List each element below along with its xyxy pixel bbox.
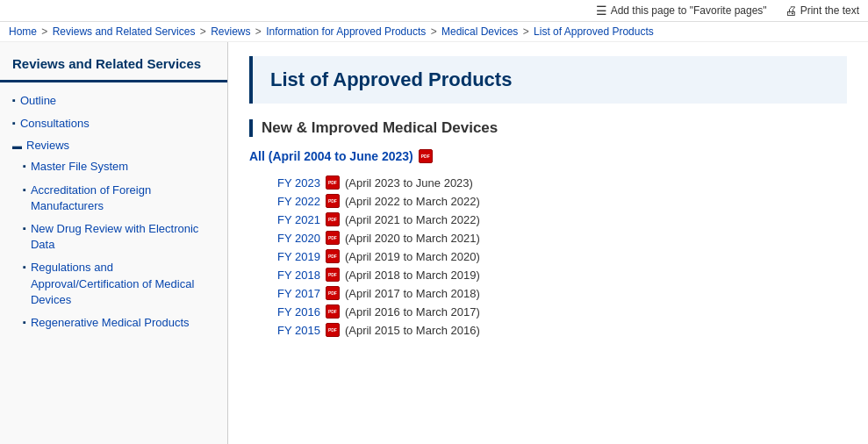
outline-link[interactable]: Outline bbox=[20, 93, 56, 109]
sidebar-title: Reviews and Related Services bbox=[0, 51, 227, 82]
print-label: Print the text bbox=[800, 4, 859, 17]
fy-range: (April 2016 to March 2017) bbox=[345, 305, 480, 319]
pdf-icon bbox=[326, 175, 340, 190]
fy-link[interactable]: FY 2020 bbox=[277, 232, 320, 245]
fy-list-item: FY 2015(April 2015 to March 2016) bbox=[277, 323, 847, 337]
print-icon: 🖨 bbox=[785, 4, 797, 18]
breadcrumb-medical-devices[interactable]: Medical Devices bbox=[441, 25, 518, 38]
section-heading: New & Improved Medical Devices bbox=[249, 119, 847, 137]
favorite-icon: ☰ bbox=[596, 4, 607, 18]
all-link-row: All (April 2004 to June 2023) bbox=[249, 149, 847, 163]
pdf-icon bbox=[326, 304, 340, 319]
sidebar-item-reviews[interactable]: ▬ Reviews bbox=[0, 135, 227, 155]
main-content: List of Approved Products New & Improved… bbox=[228, 42, 868, 444]
reviews-toggle-icon: ▬ bbox=[12, 140, 22, 151]
fy-range: (April 2021 to March 2022) bbox=[345, 213, 480, 226]
sidebar: Reviews and Related Services ▪ Outline ▪… bbox=[0, 42, 228, 444]
new-drug-link[interactable]: New Drug Review with Electronic Data bbox=[31, 221, 215, 253]
regenerative-link[interactable]: Regenerative Medical Products bbox=[31, 315, 190, 331]
master-file-bullet: ▪ bbox=[23, 161, 26, 171]
favorite-button[interactable]: ☰ Add this page to "Favorite pages" bbox=[596, 4, 767, 18]
fy-range: (April 2023 to June 2023) bbox=[345, 176, 473, 190]
pdf-icon bbox=[326, 194, 340, 208]
breadcrumb-home[interactable]: Home bbox=[9, 25, 37, 38]
fy-link[interactable]: FY 2021 bbox=[277, 213, 320, 226]
fy-link[interactable]: FY 2018 bbox=[277, 269, 320, 282]
consultations-link[interactable]: Consultations bbox=[20, 116, 90, 132]
fy-range: (April 2020 to March 2021) bbox=[345, 232, 480, 245]
layout: Reviews and Related Services ▪ Outline ▪… bbox=[0, 42, 868, 444]
pdf-icon bbox=[326, 268, 340, 282]
page-title-box: List of Approved Products bbox=[249, 56, 847, 104]
pdf-icon bbox=[326, 231, 340, 245]
fy-link[interactable]: FY 2017 bbox=[277, 287, 320, 300]
breadcrumb-info-approved[interactable]: Information for Approved Products bbox=[266, 25, 426, 38]
all-link[interactable]: All (April 2004 to June 2023) bbox=[249, 149, 413, 163]
outline-bullet: ▪ bbox=[12, 95, 16, 105]
fy-range: (April 2015 to March 2016) bbox=[345, 324, 480, 337]
fy-link[interactable]: FY 2022 bbox=[277, 195, 320, 208]
fy-list: FY 2023(April 2023 to June 2023)FY 2022(… bbox=[249, 175, 847, 337]
sidebar-item-accreditation[interactable]: ▪ Accreditation of Foreign Manufacturers bbox=[0, 179, 227, 218]
fy-list-item: FY 2020(April 2020 to March 2021) bbox=[277, 231, 847, 245]
breadcrumb: Home > Reviews and Related Services > Re… bbox=[0, 22, 868, 42]
fy-range: (April 2019 to March 2020) bbox=[345, 250, 480, 263]
sidebar-item-master-file[interactable]: ▪ Master File System bbox=[0, 155, 227, 178]
sidebar-item-new-drug[interactable]: ▪ New Drug Review with Electronic Data bbox=[0, 218, 227, 256]
top-bar: ☰ Add this page to "Favorite pages" 🖨 Pr… bbox=[0, 0, 868, 22]
fy-list-item: FY 2019(April 2019 to March 2020) bbox=[277, 249, 847, 263]
pdf-icon bbox=[326, 249, 340, 263]
favorite-label: Add this page to "Favorite pages" bbox=[611, 4, 767, 17]
accreditation-link[interactable]: Accreditation of Foreign Manufacturers bbox=[31, 183, 215, 214]
fy-range: (April 2018 to March 2019) bbox=[345, 269, 480, 282]
fy-list-item: FY 2018(April 2018 to March 2019) bbox=[277, 268, 847, 282]
fy-link[interactable]: FY 2019 bbox=[277, 250, 320, 263]
fy-range: (April 2022 to March 2022) bbox=[345, 195, 480, 208]
page-title: List of Approved Products bbox=[270, 68, 829, 91]
consultations-bullet: ▪ bbox=[12, 118, 16, 128]
breadcrumb-list-approved[interactable]: List of Approved Products bbox=[534, 25, 654, 38]
fy-list-item: FY 2016(April 2016 to March 2017) bbox=[277, 304, 847, 319]
breadcrumb-reviews[interactable]: Reviews bbox=[211, 25, 250, 38]
sidebar-item-regenerative[interactable]: ▪ Regenerative Medical Products bbox=[0, 312, 227, 334]
accreditation-bullet: ▪ bbox=[23, 184, 26, 195]
print-button[interactable]: 🖨 Print the text bbox=[785, 4, 859, 18]
regulations-link[interactable]: Regulations and Approval/Certification o… bbox=[31, 260, 215, 308]
master-file-link[interactable]: Master File System bbox=[31, 159, 128, 175]
sidebar-item-regulations[interactable]: ▪ Regulations and Approval/Certification… bbox=[0, 256, 227, 312]
breadcrumb-reviews-related[interactable]: Reviews and Related Services bbox=[53, 25, 196, 38]
fy-list-item: FY 2021(April 2021 to March 2022) bbox=[277, 212, 847, 226]
fy-list-item: FY 2022(April 2022 to March 2022) bbox=[277, 194, 847, 208]
all-pdf-icon bbox=[419, 149, 433, 163]
sidebar-item-consultations[interactable]: ▪ Consultations bbox=[0, 112, 227, 135]
section-title: New & Improved Medical Devices bbox=[262, 119, 847, 137]
regulations-bullet: ▪ bbox=[23, 261, 26, 272]
fy-link[interactable]: FY 2023 bbox=[277, 176, 320, 190]
fy-list-item: FY 2023(April 2023 to June 2023) bbox=[277, 175, 847, 190]
fy-range: (April 2017 to March 2018) bbox=[345, 287, 480, 300]
regenerative-bullet: ▪ bbox=[23, 317, 26, 327]
pdf-icon bbox=[326, 212, 340, 226]
new-drug-bullet: ▪ bbox=[23, 223, 26, 233]
fy-link[interactable]: FY 2015 bbox=[277, 324, 320, 337]
fy-link[interactable]: FY 2016 bbox=[277, 305, 320, 319]
pdf-icon bbox=[326, 323, 340, 337]
sidebar-item-outline[interactable]: ▪ Outline bbox=[0, 90, 227, 112]
reviews-link[interactable]: Reviews bbox=[26, 139, 69, 152]
fy-list-item: FY 2017(April 2017 to March 2018) bbox=[277, 286, 847, 300]
pdf-icon bbox=[326, 286, 340, 300]
